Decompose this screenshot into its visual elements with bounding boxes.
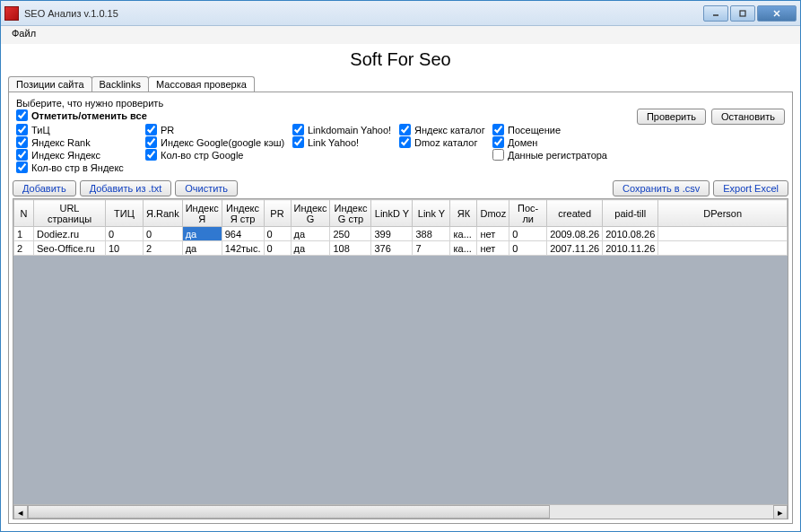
col-yk[interactable]: ЯК: [450, 200, 477, 227]
horizontal-scrollbar[interactable]: ◂ ▸: [13, 504, 788, 519]
window-buttons: [703, 5, 797, 22]
tabs-row: Позиции сайта Backlinks Массовая проверк…: [8, 72, 793, 92]
clear-button[interactable]: Очистить: [175, 180, 238, 196]
checkbox-domain[interactable]: Домен: [492, 136, 609, 148]
col-url[interactable]: URL страницы: [34, 200, 106, 227]
app-icon: [4, 6, 19, 21]
checkbox-linkdomain-yahoo[interactable]: Linkdomain Yahoo!: [292, 124, 396, 135]
window-title: SEO Анализ v.1.0.15: [24, 8, 703, 19]
table-header-row: N URL страницы ТИЦ Я.Rank Индекс Я Индек…: [14, 200, 788, 227]
add-from-txt-button[interactable]: Добавить из .txt: [80, 180, 172, 196]
col-linky[interactable]: Link Y: [413, 200, 450, 227]
tab-panel: Выберите, что нужно проверить Отметить/о…: [8, 92, 793, 524]
checkbox-dmoz[interactable]: Dmoz каталог: [399, 136, 489, 148]
col-created[interactable]: created: [547, 200, 603, 227]
checkbox-index-google[interactable]: Индекс Google(google кэш): [145, 136, 289, 148]
table-row[interactable]: 2 Seo-Office.ru 10 2 да 142тыс. 0 да 108…: [14, 241, 788, 256]
app-window: SEO Анализ v.1.0.15 Файл Soft For Seo По…: [0, 0, 801, 532]
stop-button[interactable]: Остановить: [711, 109, 785, 125]
checkbox-yrank[interactable]: Яндекс Rank: [16, 136, 142, 148]
content-area: Позиции сайта Backlinks Массовая проверк…: [1, 72, 800, 531]
selected-cell[interactable]: да: [182, 227, 222, 241]
col-paidtill[interactable]: paid-till: [603, 200, 658, 227]
checkbox-pr[interactable]: PR: [145, 124, 289, 135]
menu-file[interactable]: Файл: [6, 26, 41, 40]
save-csv-button[interactable]: Сохранить в .csv: [613, 180, 710, 196]
checkbox-link-yahoo[interactable]: Link Yahoo!: [292, 136, 396, 148]
col-n[interactable]: N: [14, 200, 34, 227]
brand-title: Soft For Seo: [1, 44, 800, 72]
checkbox-pages-google[interactable]: Кол-во стр Google: [145, 149, 289, 161]
titlebar: SEO Анализ v.1.0.15: [1, 1, 800, 26]
check-button[interactable]: Проверить: [637, 109, 706, 125]
tab-backlinks[interactable]: Backlinks: [91, 76, 149, 92]
col-yrank[interactable]: Я.Rank: [144, 200, 183, 227]
col-pr[interactable]: PR: [264, 200, 291, 227]
checkbox-tic[interactable]: ТиЦ: [16, 124, 142, 135]
tab-bulk-check[interactable]: Массовая проверка: [148, 76, 255, 92]
checkbox-pages-yandex[interactable]: Кол-во стр в Яндекс: [16, 161, 142, 173]
col-ig[interactable]: Индекс G: [291, 200, 330, 227]
checkbox-select-all[interactable]: Отметить/отменить все: [16, 109, 637, 121]
check-section: Выберите, что нужно проверить Отметить/о…: [13, 96, 788, 179]
col-dperson[interactable]: DPerson: [658, 200, 788, 227]
close-button[interactable]: [757, 5, 797, 22]
add-button[interactable]: Добавить: [13, 180, 76, 196]
checkbox-index-yandex[interactable]: Индекс Яндекс: [16, 149, 142, 161]
checkbox-registrar[interactable]: Данные регистратора: [492, 149, 609, 161]
col-linkdy[interactable]: LinkD Y: [371, 200, 413, 227]
scroll-thumb[interactable]: [28, 505, 550, 519]
table-container: N URL страницы ТИЦ Я.Rank Индекс Я Индек…: [13, 198, 788, 519]
svg-rect-1: [740, 11, 745, 16]
minimize-button[interactable]: [703, 5, 728, 22]
checkbox-visit[interactable]: Посещение: [492, 124, 609, 135]
check-title: Выберите, что нужно проверить: [16, 98, 637, 109]
maximize-button[interactable]: [730, 5, 755, 22]
col-iystr[interactable]: Индекс Я стр: [222, 200, 264, 227]
col-tic[interactable]: ТИЦ: [106, 200, 144, 227]
scroll-track[interactable]: [28, 505, 773, 519]
menubar: Файл: [1, 26, 800, 44]
checkbox-yandex-catalog[interactable]: Яндекс каталог: [399, 124, 489, 135]
checkbox-select-all-input[interactable]: [16, 109, 28, 121]
col-pos[interactable]: Пос-ли: [509, 200, 547, 227]
tab-positions[interactable]: Позиции сайта: [8, 76, 92, 92]
col-igstr[interactable]: Индекс G стр: [330, 200, 371, 227]
export-excel-button[interactable]: Export Excel: [713, 180, 788, 196]
results-table: N URL страницы ТИЦ Я.Rank Индекс Я Индек…: [13, 199, 788, 256]
action-row: Добавить Добавить из .txt Очистить Сохра…: [13, 179, 788, 198]
table-row[interactable]: 1 Dodiez.ru 0 0 да 964 0 да 250 399 388 …: [14, 227, 788, 241]
col-dmoz[interactable]: Dmoz: [477, 200, 509, 227]
scroll-left-arrow-icon[interactable]: ◂: [13, 505, 28, 519]
col-iy[interactable]: Индекс Я: [182, 200, 222, 227]
scroll-right-arrow-icon[interactable]: ▸: [773, 505, 788, 519]
